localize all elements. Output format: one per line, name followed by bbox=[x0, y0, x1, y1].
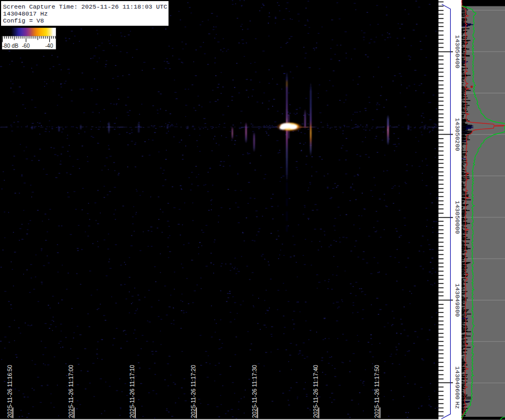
svg-text:2025-11-26 11:17:40: 2025-11-26 11:17:40 bbox=[312, 365, 319, 418]
svg-text:143050200: 143050200 bbox=[454, 118, 461, 151]
svg-text:Screen Capture Time: 2025-11-2: Screen Capture Time: 2025-11-26 11:18:03… bbox=[3, 3, 167, 10]
svg-text:143048017 Hz: 143048017 Hz bbox=[3, 10, 48, 17]
svg-text:-80 dB: -80 dB bbox=[2, 43, 18, 49]
svg-text:2025-11-26 11:17:20: 2025-11-26 11:17:20 bbox=[190, 365, 196, 418]
svg-text:-40: -40 bbox=[45, 43, 53, 49]
svg-text:2025-11-26 11:17:30: 2025-11-26 11:17:30 bbox=[251, 365, 258, 418]
svg-text:143050000: 143050000 bbox=[454, 201, 461, 234]
svg-text:2025-11-26 11:17:00: 2025-11-26 11:17:00 bbox=[68, 365, 74, 418]
svg-text:Hz: Hz bbox=[454, 402, 461, 409]
svg-text:-60: -60 bbox=[22, 43, 30, 49]
svg-text:143049600: 143049600 bbox=[454, 366, 461, 400]
svg-text:143050400: 143050400 bbox=[454, 35, 461, 68]
svg-text:2025-11-26 11:16:50: 2025-11-26 11:16:50 bbox=[6, 365, 13, 418]
svg-text:2025-11-26 11:17:10: 2025-11-26 11:17:10 bbox=[129, 365, 135, 418]
svg-text:2025-11-26 11:17:50: 2025-11-26 11:17:50 bbox=[374, 365, 380, 418]
svg-text:Config = V8: Config = V8 bbox=[3, 17, 45, 24]
svg-text:143049800: 143049800 bbox=[454, 283, 461, 316]
